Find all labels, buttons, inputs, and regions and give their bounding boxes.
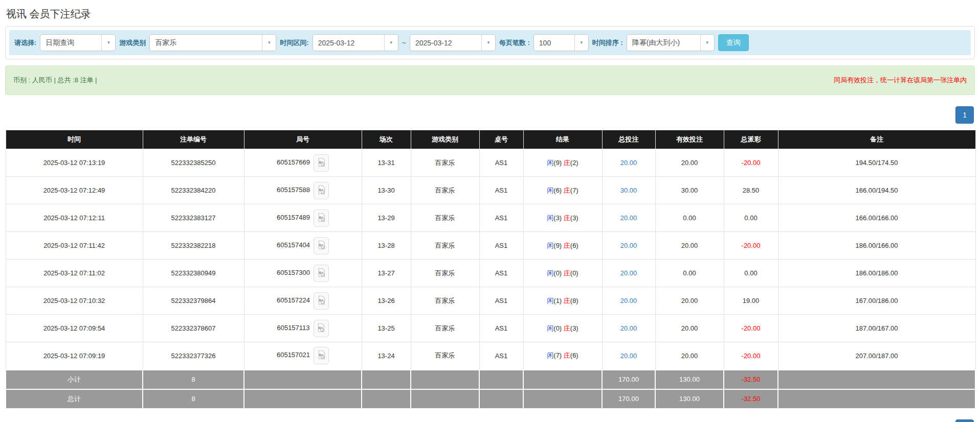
table-row: 2025-03-12 07:13:19 522332385250 6051576…	[6, 149, 975, 177]
result-cell: 闲(9) 庄(6)	[523, 232, 602, 260]
total-bet-link[interactable]: 20.00	[620, 269, 637, 277]
search-button[interactable]: 查询	[718, 34, 749, 51]
total-bet-link[interactable]: 20.00	[620, 352, 637, 360]
subtotal-payout: -32.50	[724, 370, 778, 389]
time-sort-select[interactable]: 降幂(由大到小) ▼	[627, 34, 715, 51]
video-replay-button[interactable]	[314, 347, 329, 364]
round-id-cell: 605157588	[244, 177, 362, 204]
table-no-cell: AS1	[479, 232, 523, 260]
session-cell: 13-28	[362, 232, 411, 260]
session-cell: 13-25	[362, 315, 411, 342]
page-1-button[interactable]: 1	[955, 419, 974, 422]
result-cell: 闲(3) 庄(3)	[523, 204, 602, 232]
total-bet-link[interactable]: 20.00	[620, 242, 637, 249]
page-size-select[interactable]: 100 ▼	[533, 34, 589, 51]
result-banker-label: 庄	[564, 159, 570, 167]
col-header-time: 时间	[6, 130, 143, 149]
valid-bet-cell: 20.00	[655, 232, 724, 260]
result-player-score: (6)	[553, 186, 562, 194]
result-banker-label: 庄	[564, 242, 570, 249]
result-banker-score: (6)	[570, 351, 578, 359]
table-no-cell: AS1	[479, 315, 523, 342]
result-banker-score: (3)	[570, 214, 578, 222]
video-replay-button[interactable]	[314, 182, 329, 199]
session-cell: 13-27	[362, 260, 411, 287]
remark-cell: 194.50/174.50	[778, 149, 975, 177]
total-bet-link[interactable]: 20.00	[620, 324, 637, 332]
video-replay-button[interactable]	[314, 209, 329, 227]
valid-bet-cell: 20.00	[655, 342, 724, 370]
remark-cell: 167.00/186.00	[778, 287, 975, 315]
game-type-cell: 百家乐	[411, 287, 479, 315]
query-type-value: 日期查询	[40, 35, 101, 51]
result-player-score: (9)	[553, 159, 562, 167]
game-type-cell: 百家乐	[411, 342, 479, 370]
valid-bet-cell: 20.00	[655, 287, 724, 315]
remark-cell: 186.00/166.00	[778, 232, 975, 260]
time-sort-value: 降幂(由大到小)	[627, 35, 700, 51]
game-type-label: 游戏类别	[119, 38, 146, 48]
remark-cell: 166.00/166.00	[778, 204, 975, 232]
video-replay-button[interactable]	[314, 320, 329, 337]
total-row: 总计 8 170.00 130.00 -32.50	[6, 389, 975, 409]
round-id-value: 605157669	[277, 158, 310, 166]
bet-id-cell: 522332378607	[143, 315, 244, 342]
page-size-label: 每页笔数 :	[499, 38, 530, 48]
total-bet-link[interactable]: 20.00	[620, 214, 637, 222]
table-row: 2025-03-12 07:12:11 522332383127 6051574…	[6, 204, 975, 232]
session-cell: 13-30	[362, 177, 411, 204]
page-size-value: 100	[534, 35, 574, 51]
result-banker-score: (0)	[570, 269, 578, 277]
payout-cell: 28.50	[724, 177, 778, 204]
time-cell: 2025-03-12 07:10:32	[6, 287, 143, 315]
subtotal-label: 小计	[6, 370, 143, 389]
result-banker-label: 庄	[564, 269, 570, 277]
total-count: 8	[143, 389, 244, 409]
round-id-value: 605157404	[277, 241, 310, 249]
valid-bet-cell: 0.00	[655, 204, 724, 232]
video-replay-button[interactable]	[314, 292, 329, 310]
col-header-table-no: 桌号	[479, 130, 523, 149]
date-from-select[interactable]: 2025-03-12 ▼	[313, 34, 398, 51]
caret-down-icon: ▼	[101, 35, 115, 51]
video-replay-button[interactable]	[314, 154, 329, 172]
game-type-select[interactable]: 百家乐 ▼	[149, 34, 276, 51]
bet-id-cell: 522332382218	[143, 232, 244, 260]
payout-cell: 19.00	[724, 287, 778, 315]
bet-id-cell: 522332380949	[143, 260, 244, 287]
result-player-score: (3)	[553, 214, 562, 222]
video-icon	[317, 295, 326, 307]
caret-down-icon: ▼	[700, 35, 714, 51]
date-to-select[interactable]: 2025-03-12 ▼	[410, 34, 496, 51]
valid-bet-notice-text: 同局有效投注，统一计算在该局第一张注单内	[834, 76, 967, 85]
video-replay-button[interactable]	[314, 265, 329, 282]
result-player-score: (0)	[553, 324, 562, 332]
total-bet-link[interactable]: 30.00	[620, 186, 637, 194]
result-cell: 闲(0) 庄(0)	[523, 260, 602, 287]
col-header-remark: 备注	[778, 130, 975, 149]
payout-cell: -20.00	[724, 315, 778, 342]
col-header-session: 场次	[362, 130, 411, 149]
result-player-label: 闲	[547, 186, 553, 194]
col-header-bet-id: 注单编号	[143, 130, 244, 149]
total-bet-cell: 20.00	[602, 260, 655, 287]
table-row: 2025-03-12 07:11:02 522332380949 6051573…	[6, 260, 975, 287]
valid-bet-cell: 20.00	[655, 315, 724, 342]
result-cell: 闲(0) 庄(3)	[523, 315, 602, 342]
table-row: 2025-03-12 07:09:19 522332377326 6051570…	[6, 342, 975, 370]
betting-records-table: 时间 注单编号 局号 场次 游戏类别 桌号 结果 总投注 有效投注 总派彩 备注…	[5, 130, 976, 409]
total-bet-link[interactable]: 20.00	[620, 159, 637, 167]
table-no-cell: AS1	[479, 149, 523, 177]
page-1-button[interactable]: 1	[955, 106, 974, 124]
result-player-label: 闲	[547, 159, 553, 167]
total-bet-link[interactable]: 20.00	[620, 297, 637, 304]
session-cell: 13-29	[362, 204, 411, 232]
time-cell: 2025-03-12 07:09:54	[6, 315, 143, 342]
video-icon	[317, 185, 326, 196]
result-banker-score: (2)	[570, 159, 578, 167]
total-valid-bet: 130.00	[655, 389, 724, 409]
time-cell: 2025-03-12 07:12:11	[6, 204, 143, 232]
video-replay-button[interactable]	[314, 237, 329, 254]
time-sort-label: 时间排序 :	[592, 38, 623, 48]
query-type-select[interactable]: 日期查询 ▼	[40, 34, 116, 51]
